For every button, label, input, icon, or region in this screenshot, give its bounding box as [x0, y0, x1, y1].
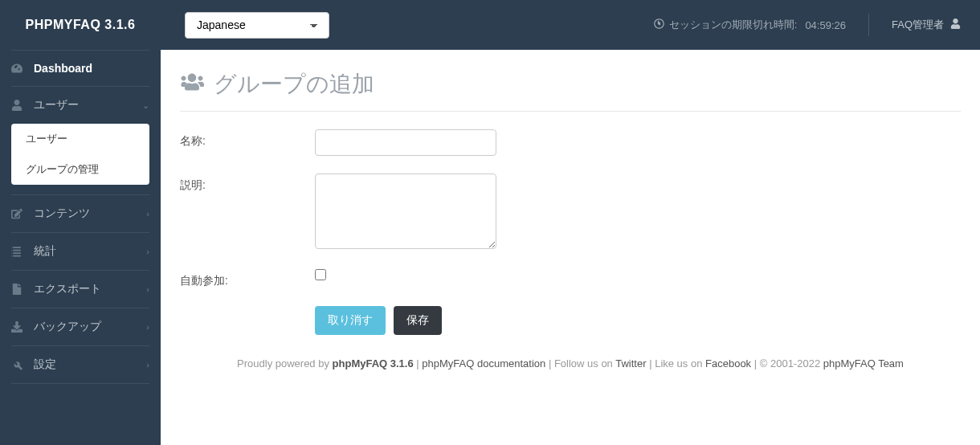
nav-settings[interactable]: 設定 › [0, 346, 161, 383]
save-button[interactable]: 保存 [394, 306, 442, 335]
form-row-name: 名称: [180, 129, 961, 156]
footer-team-link[interactable]: phpMyFAQ Team [823, 357, 904, 369]
button-row: 取り消す 保存 [315, 306, 961, 335]
topbar-right: セッションの期限切れ時間: 04:59:26 FAQ管理者 [654, 14, 980, 36]
page-title: グループの追加 [180, 69, 961, 112]
main-content: グループの追加 名称: 説明: 自動参加: 取り消す 保存 Proudly po… [161, 50, 980, 445]
page-title-text: グループの追加 [214, 69, 374, 100]
nav-users[interactable]: ユーザー ⌄ [0, 87, 161, 124]
footer-twitter-link[interactable]: Twitter [615, 357, 646, 369]
user-icon [11, 100, 26, 111]
nav-stats[interactable]: 統計 › [0, 233, 161, 270]
users-icon [180, 70, 204, 100]
description-textarea[interactable] [315, 174, 496, 249]
footer-powered-link[interactable]: phpMyFAQ 3.1.6 [333, 357, 414, 369]
footer-like-pre: Like us on [655, 357, 705, 369]
user-icon [950, 18, 961, 31]
edit-icon [11, 208, 26, 219]
language-selector-wrap: Japanese [185, 12, 329, 39]
chevron-down-icon: ⌄ [142, 100, 149, 111]
submenu-groups[interactable]: グループの管理 [11, 154, 149, 185]
nav-export-label: エクスポート [34, 282, 101, 296]
auto-label: 自動参加: [180, 269, 315, 288]
chevron-right-icon: › [146, 360, 149, 369]
brand-title: PHPMYFAQ 3.1.6 [0, 18, 161, 32]
nav-content-label: コンテンツ [34, 206, 90, 221]
topbar-divider [868, 14, 869, 36]
form-row-autojoin: 自動参加: [180, 269, 961, 288]
footer-follow-pre: Follow us on [554, 357, 615, 369]
admin-label: FAQ管理者 [892, 18, 944, 32]
session-value: 04:59:26 [805, 19, 846, 31]
language-select[interactable]: Japanese [185, 12, 329, 39]
chevron-right-icon: › [146, 209, 149, 218]
form-row-description: 説明: [180, 174, 961, 251]
nav-dashboard-label: Dashboard [34, 62, 92, 75]
autojoin-checkbox[interactable] [315, 269, 326, 280]
footer-facebook-link[interactable]: Facebook [705, 357, 751, 369]
nav-stats-label: 統計 [34, 244, 56, 259]
admin-user-link[interactable]: FAQ管理者 [872, 18, 980, 32]
topbar: PHPMYFAQ 3.1.6 Japanese セッションの期限切れ時間: 04… [0, 0, 980, 50]
dashboard-icon [11, 63, 26, 74]
submenu-users[interactable]: ユーザー [11, 124, 149, 154]
name-label: 名称: [180, 129, 315, 149]
nav-export[interactable]: エクスポート › [0, 271, 161, 308]
chevron-right-icon: › [146, 322, 149, 332]
nav-users-label: ユーザー [34, 98, 79, 112]
session-timer: セッションの期限切れ時間: 04:59:26 [654, 18, 865, 32]
sidebar: Dashboard ユーザー ⌄ ユーザー グループの管理 コンテンツ › 統計… [0, 50, 161, 445]
chevron-right-icon: › [146, 284, 149, 294]
wrench-icon [11, 359, 26, 370]
nav-backup-label: バックアップ [34, 320, 101, 334]
footer: Proudly powered by phpMyFAQ 3.1.6 | phpM… [180, 335, 961, 382]
nav-content[interactable]: コンテンツ › [0, 195, 161, 232]
footer-doc-link[interactable]: phpMyFAQ documentation [422, 357, 545, 369]
nav-dashboard[interactable]: Dashboard [0, 51, 161, 86]
footer-powered-pre: Proudly powered by [237, 357, 333, 369]
desc-label: 説明: [180, 174, 315, 193]
nav-users-submenu: ユーザー グループの管理 [11, 124, 149, 185]
name-input[interactable] [315, 129, 496, 156]
nav-backup[interactable]: バックアップ › [0, 308, 161, 345]
chevron-right-icon: › [146, 247, 149, 256]
cancel-button[interactable]: 取り消す [315, 306, 386, 335]
clock-icon [654, 18, 664, 31]
file-icon [11, 284, 26, 295]
tasks-icon [11, 246, 26, 257]
download-icon [11, 321, 26, 333]
footer-copyright: © 2001-2022 [760, 357, 823, 369]
session-label: セッションの期限切れ時間: [669, 18, 798, 32]
nav-settings-label: 設定 [34, 357, 56, 372]
